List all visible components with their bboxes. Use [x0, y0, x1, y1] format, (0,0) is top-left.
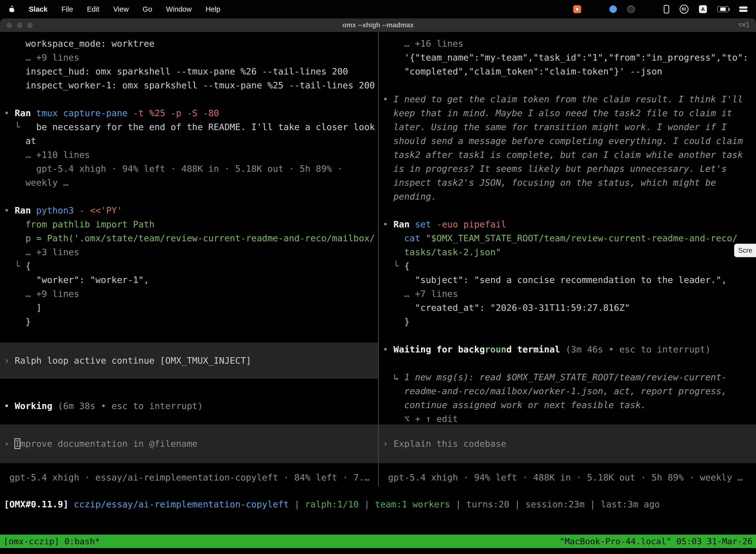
terminal-line: cat "$OMX_TEAM_STATE_ROOT/team/review-cu… [383, 231, 756, 245]
terminal-line: keep that in mind. Maybe I also need the… [383, 106, 756, 120]
dots-grid-icon[interactable] [645, 5, 653, 13]
text-segment: -t %25 -p -S -80 [133, 108, 219, 118]
right-prompt-input[interactable]: › Explain this codebase [379, 425, 756, 463]
terminal: workspace_mode: worktree … +9 lines insp… [0, 32, 756, 487]
terminal-line [383, 329, 756, 342]
terminal-line: inspect_hud: omx sparkshell --tmux-pane … [4, 64, 378, 78]
tmux-session-window[interactable]: [omx-cczip] 0:bash* [3, 536, 100, 546]
battery-gauge-badge[interactable]: 61 [680, 5, 689, 14]
phone-icon[interactable] [664, 5, 669, 13]
input-source-icon[interactable]: A [699, 5, 707, 13]
text-segment: weekly … [4, 177, 68, 188]
text-segment: { [404, 261, 410, 271]
working-status-line: • Working (6m 38s • esc to interrupt) [4, 399, 378, 413]
app-icon-blue[interactable] [610, 5, 617, 13]
text-segment: • [4, 108, 15, 118]
text-segment: └ [4, 261, 25, 271]
menu-item-help[interactable]: Help [206, 5, 220, 13]
text-segment: p = Path('.omx/state/team/review-current… [4, 233, 375, 243]
terminal-line: p = Path('.omx/state/team/review-current… [4, 231, 378, 245]
control-center-icon[interactable] [739, 6, 748, 12]
terminal-line: • Ran python3 - <<'PY' [4, 204, 378, 217]
text-segment: • [383, 94, 393, 104]
text-segment: is in progress? It seems likely but perh… [383, 164, 727, 174]
text-segment: } [4, 317, 31, 327]
menu-item-file[interactable]: File [62, 5, 73, 13]
menu-item-edit[interactable]: Edit [87, 5, 100, 13]
terminal-line: • Ran tmux capture-pane -t %25 -p -S -80 [4, 106, 378, 120]
text-segment: └ [383, 261, 404, 271]
battery-icon[interactable] [717, 6, 729, 12]
terminal-line: gpt-5.4 xhigh · 94% left · 488K in · 5.1… [383, 470, 756, 485]
terminal-line: └ be necessary for the end of the README… [4, 120, 378, 134]
text-segment [4, 94, 9, 104]
text-segment: └ [4, 122, 36, 132]
terminal-line [383, 204, 756, 217]
text-segment: … +9 lines [4, 289, 79, 299]
terminal-line: ↳ 1 new msg(s): read $OMX_TEAM_STATE_ROO… [383, 370, 756, 384]
text-segment: | [509, 499, 525, 509]
terminal-line: later. Using the same for transition mig… [383, 120, 756, 134]
text-segment: pending. [383, 191, 437, 202]
text-segment: set [415, 219, 437, 229]
tmux-status-bar: [omx-cczip] 0:bash* "MacBook-Pro-44.loca… [0, 535, 756, 548]
terminal-line: gpt-5.4 xhigh · essay/ai-reimplementatio… [4, 470, 378, 485]
text-segment: "completed","claim_token":"claim-token"}… [383, 66, 662, 76]
text-segment: "created_at": "2026-03-31T11:59:27.816Z" [383, 302, 630, 313]
terminal-line: └ { [4, 259, 378, 273]
tmux-host-clock: "MacBook-Pro-44.local" 05:03 31-Mar-26 [560, 536, 753, 546]
text-segment: Explain this codebase [393, 439, 506, 449]
text-segment: inspect_hud: omx sparkshell --tmux-pane … [4, 66, 348, 76]
right-model-status-line: gpt-5.4 xhigh · 94% left · 488K in · 5.1… [383, 470, 756, 485]
terminal-line: task2 after task1 is complete, but can I… [383, 148, 756, 162]
terminal-line: } [383, 315, 756, 329]
terminal-line: at [4, 134, 378, 148]
window-grid-icon[interactable] [591, 5, 599, 13]
text-segment: (6m 38s • esc to interrupt) [52, 401, 203, 411]
menu-item-go[interactable]: Go [143, 5, 152, 13]
terminal-line: "created_at": "2026-03-31T11:59:27.816Z" [383, 301, 756, 315]
text-segment: Working [15, 401, 52, 411]
text-segment: from pathlib import Path [4, 219, 154, 229]
menu-item-view[interactable]: View [113, 5, 129, 13]
zoom-button[interactable] [27, 22, 33, 28]
screen-overlay-tooltip: Scre [734, 244, 756, 257]
terminal-line: [OMX#0.11.9] cczip/essay/ai-reimplementa… [4, 497, 756, 511]
left-prompt-input[interactable]: › Improve documentation in @filename [0, 425, 378, 463]
screen: Slack File Edit View Go Window Help 61 A [0, 0, 756, 554]
left-pane[interactable]: workspace_mode: worktree … +9 lines insp… [0, 32, 378, 487]
screen-recording-indicator[interactable] [573, 5, 581, 13]
text-segment: › [4, 355, 15, 366]
terminal-line: … +110 lines [4, 148, 378, 162]
terminal-line: … +9 lines [4, 287, 378, 301]
terminal-line: gpt-5.4 xhigh · 94% left · 488K in · 5.1… [4, 162, 378, 176]
right-pane[interactable]: … +16 lines '{"team_name":"my-team","tas… [379, 32, 756, 487]
text-segment: -euo pipefail [437, 219, 506, 229]
menu-bar-status-icons: 61 A [573, 5, 748, 14]
app-icon-dark[interactable] [627, 5, 635, 13]
terminal-line: • Waiting for background terminal (3m 46… [383, 342, 756, 356]
window-title: omx --xhigh --madmax [342, 21, 414, 29]
text-segment: [OMX#0.11.9] [4, 499, 74, 509]
menu-item-window[interactable]: Window [166, 5, 192, 13]
text-segment: session:23m [525, 499, 584, 509]
text-segment: | [359, 499, 375, 509]
text-segment: | [450, 499, 466, 509]
text-segment: Ralph loop active continue [OMX_TMUX_INJ… [15, 355, 251, 366]
terminal-line: "worker": "worker-1", [4, 273, 378, 287]
text-segment: inspect_worker-1: omx sparkshell --tmux-… [4, 80, 375, 90]
text-segment: I need to get the claim token from the c… [393, 94, 743, 104]
text-segment: workspace_mode: worktree [4, 39, 154, 49]
terminal-line: weekly … [4, 176, 378, 189]
apple-menu-icon[interactable] [8, 5, 15, 13]
menu-app-name[interactable]: Slack [29, 5, 48, 13]
minimize-button[interactable] [17, 22, 22, 28]
close-button[interactable] [6, 22, 12, 28]
menu-bar-left: Slack File Edit View Go Window Help [8, 5, 220, 13]
inject-banner: › Ralph loop active continue [OMX_TMUX_I… [0, 342, 378, 379]
text-segment: gpt-5.4 xhigh · essay/ai-reimplementatio… [4, 472, 370, 483]
traffic-lights [6, 22, 33, 28]
text-segment [383, 330, 388, 340]
text-segment: } [383, 317, 410, 327]
terminal-line: … +7 lines [383, 287, 756, 301]
